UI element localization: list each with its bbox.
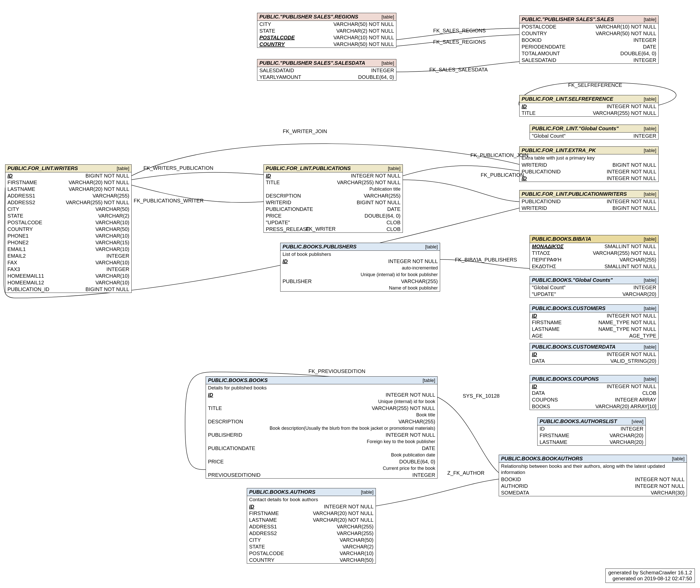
fk-label: FK_WRITERS_PUBLICATION bbox=[143, 165, 213, 171]
column-name: POSTALCODE bbox=[259, 34, 294, 41]
column-name: ID bbox=[266, 173, 271, 179]
column-row: ADDRESS1VARCHAR(255) bbox=[5, 192, 131, 199]
column-row: BOOKIDINTEGER NOT NULL bbox=[499, 476, 687, 483]
column-type: CLOB bbox=[642, 390, 656, 396]
column-row: SALESDATAIDINTEGER bbox=[520, 57, 658, 63]
table-t_authors: PUBLIC.BOOKS.AUTHORS[table]Contact detai… bbox=[247, 488, 376, 564]
column-name: BOOKID bbox=[522, 37, 542, 43]
table-type: [table] bbox=[117, 165, 129, 172]
column-name: ADDRESS1 bbox=[249, 524, 277, 530]
column-type: INTEGER NOT NULL bbox=[607, 175, 656, 181]
table-type: [table] bbox=[644, 376, 656, 382]
column-row: DESCRIPTIONVARCHAR(255) bbox=[206, 418, 437, 425]
column-type: VARCHAR(50) NOT NULL bbox=[596, 30, 656, 36]
fk-label: FK_SALES_REGIONS bbox=[433, 39, 486, 45]
column-type: VARCHAR(255) NOT NULL bbox=[337, 179, 401, 185]
column-name: SALESDATAID bbox=[259, 67, 294, 73]
column-type: INTEGER NOT NULL bbox=[607, 103, 656, 109]
table-t_salesdata: PUBLIC."PUBLISHER SALES".SALESDATA[table… bbox=[257, 59, 397, 81]
column-row: BOOKSVARCHAR(20) ARRAY[10] bbox=[530, 403, 658, 410]
column-type: DATE bbox=[422, 445, 435, 451]
column-type: VARCHAR(255) bbox=[93, 193, 129, 199]
column-row: "UPDATE"CLOB bbox=[264, 219, 403, 226]
column-type: INTEGER NOT NULL bbox=[386, 392, 435, 398]
table-header: PUBLIC."PUBLISHER SALES".SALESDATA[table… bbox=[257, 59, 396, 67]
column-type: CLOB bbox=[387, 219, 401, 226]
table-subtitle: Details for published books bbox=[206, 384, 437, 391]
column-name: ΤΊΤΛΟΣ bbox=[532, 250, 550, 256]
column-type: VARCHAR(255) bbox=[337, 524, 374, 530]
column-name: "Global Count" bbox=[532, 133, 566, 139]
column-name: TITLE bbox=[208, 405, 222, 411]
column-name: PERIODENDDATE bbox=[522, 44, 566, 50]
table-t_selfref: PUBLIC.FOR_LINT.SELFREFERENCE[table]IDIN… bbox=[519, 95, 659, 117]
column-type: VARCHAR(10) bbox=[95, 259, 129, 266]
column-type: VARCHAR(50) bbox=[339, 557, 374, 563]
column-row: "Global Count"INTEGER bbox=[530, 133, 658, 139]
column-row: PUBLICATIONDATEDATE bbox=[206, 445, 437, 452]
table-subtitle: Extra table with just a primary key bbox=[520, 154, 658, 162]
column-name: DATA bbox=[532, 358, 545, 364]
column-name: "Global Count" bbox=[532, 284, 566, 291]
column-name: COUNTRY bbox=[259, 41, 285, 47]
fk-label: FK_PREVIOUSEDITION bbox=[308, 368, 365, 374]
table-type: [table] bbox=[672, 456, 685, 462]
column-type: INTEGER NOT NULL bbox=[635, 483, 685, 489]
table-header: PUBLIC.FOR_LINT.WRITERS[table] bbox=[5, 165, 131, 172]
column-name: PUBLICATION_ID bbox=[7, 286, 49, 292]
column-row: PUBLISHERIDINTEGER NOT NULL bbox=[206, 432, 437, 438]
column-type: INTEGER NOT NULL bbox=[607, 169, 656, 175]
fk-label: FK_PUBLICATIONS_WRITER bbox=[134, 198, 204, 204]
column-type: INTEGER bbox=[106, 266, 129, 272]
column-note: Book description(Usually the blurb from … bbox=[206, 425, 437, 432]
column-note: Book title bbox=[206, 412, 437, 418]
column-row: FIRSTNAMEVARCHAR(20) NOT NULL bbox=[247, 510, 376, 517]
column-type: BIGINT NOT NULL bbox=[86, 173, 129, 179]
fk-label: FK_PUBLICATION bbox=[481, 172, 524, 178]
column-type: VARCHAR(50) bbox=[95, 226, 129, 232]
column-name: WRITERID bbox=[266, 199, 291, 206]
column-type: INTEGER bbox=[633, 57, 656, 63]
column-row: EMAIL1VARCHAR(10) bbox=[5, 246, 131, 253]
column-row: POSTALCODEVARCHAR(10) bbox=[5, 219, 131, 226]
column-name: "UPDATE" bbox=[532, 291, 556, 297]
table-title: PUBLIC."PUBLISHER SALES".SALESDATA bbox=[259, 60, 365, 66]
column-name: PUBLICATIONDATE bbox=[266, 206, 313, 212]
column-name: ID bbox=[249, 503, 254, 510]
column-type: VARCHAR(255) NOT NULL bbox=[66, 199, 129, 206]
table-title: PUBLIC.FOR_LINT.PUBLICATIONS bbox=[266, 165, 351, 171]
column-name: BOOKS bbox=[532, 403, 550, 409]
column-type: VARCHAR(20) bbox=[610, 432, 643, 438]
column-name: WRITERID bbox=[522, 205, 547, 211]
column-type: VARCHAR(10) bbox=[95, 246, 129, 252]
column-row: PUBLICATIONIDINTEGER NOT NULL bbox=[520, 198, 658, 205]
table-t_publishers: PUBLIC.BOOKS.PUBLISHERS[table]List of bo… bbox=[280, 243, 440, 292]
column-name: AUTHORID bbox=[501, 483, 528, 489]
column-type: DOUBLE(64, 0) bbox=[399, 459, 435, 465]
table-header: PUBLIC."PUBLISHER SALES".SALES[table] bbox=[520, 16, 658, 23]
table-title: PUBLIC.BOOKS.ΒΙΒΛΊΑ bbox=[532, 236, 591, 242]
column-type: VARCHAR(20) bbox=[622, 291, 656, 297]
column-row: FAXVARCHAR(10) bbox=[5, 259, 131, 266]
column-name: PUBLICATIONID bbox=[522, 169, 561, 175]
table-t_bookauthors: PUBLIC.BOOKS.BOOKAUTHORS[table]Relations… bbox=[499, 455, 687, 496]
table-title: PUBLIC.BOOKS.BOOKS bbox=[208, 377, 267, 383]
column-type: VARCHAR(255) NOT NULL bbox=[593, 110, 656, 116]
column-type: BIGINT NOT NULL bbox=[613, 205, 656, 211]
column-row: ADDRESS2VARCHAR(255) bbox=[247, 530, 376, 537]
table-title: PUBLIC.BOOKS.AUTHORS bbox=[249, 489, 315, 495]
column-name: HOMEEMAIL12 bbox=[7, 279, 44, 286]
table-header: PUBLIC.BOOKS."Global Counts"[table] bbox=[530, 276, 658, 284]
column-name: PHONE1 bbox=[7, 233, 29, 239]
column-type: VARCHAR(20) ARRAY[10] bbox=[595, 403, 656, 409]
table-subtitle: List of book publishers bbox=[280, 251, 440, 258]
column-type: INTEGER ARRAY bbox=[615, 397, 656, 403]
column-name: TITLE bbox=[266, 179, 280, 185]
column-type: SMALLINT NOT NULL bbox=[604, 243, 656, 249]
fk-label: Z_FK_AUTHOR bbox=[447, 470, 484, 476]
column-row: DATAVALID_STRING(20) bbox=[530, 358, 658, 364]
column-row: FAX3INTEGER bbox=[5, 266, 131, 273]
column-name: HOMEEMAIL11 bbox=[7, 273, 44, 279]
column-type: VARCHAR(10) bbox=[95, 219, 129, 226]
column-name: PRICE bbox=[266, 213, 281, 219]
